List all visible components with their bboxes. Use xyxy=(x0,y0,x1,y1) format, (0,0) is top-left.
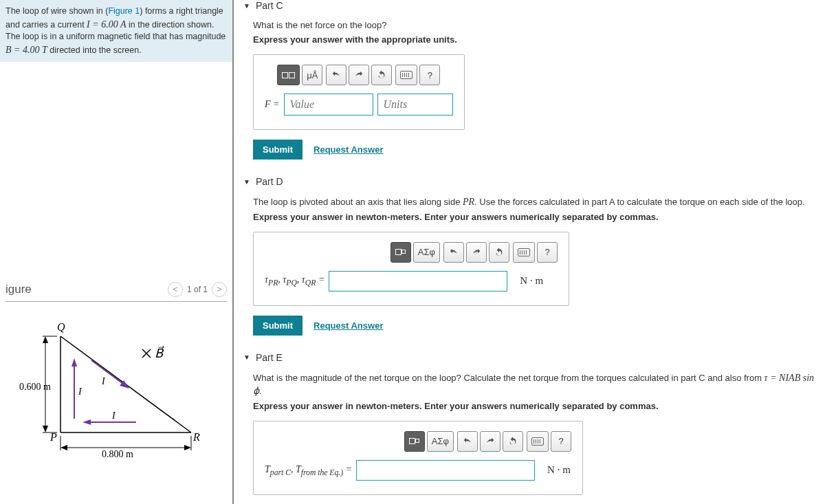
part-d-request-answer[interactable]: Request Answer xyxy=(314,320,383,331)
part-d-units: N · m xyxy=(520,275,543,287)
part-c-instruction: Express your answer with the appropriate… xyxy=(253,34,815,45)
template-button[interactable] xyxy=(390,242,411,263)
figure-title: igure xyxy=(6,283,32,296)
part-e-lhs: Tpart C, Tfrom the Eq.) = xyxy=(265,464,352,477)
part-d-submit-button[interactable]: Submit xyxy=(253,316,302,336)
current-value: I = 6.00 A xyxy=(87,19,126,30)
part-e-header[interactable]: ▼ Part E xyxy=(243,352,815,363)
figure-link[interactable]: Figure 1 xyxy=(108,6,140,16)
figure-counter: 1 of 1 xyxy=(187,285,208,294)
help-button[interactable]: ? xyxy=(419,65,440,85)
redo-button[interactable] xyxy=(480,431,500,452)
part-d-header[interactable]: ▼ Part D xyxy=(243,176,815,187)
problem-statement: The loop of wire shown in (Figure 1) for… xyxy=(0,0,232,62)
help-button[interactable]: ? xyxy=(537,242,558,263)
figure-next-button[interactable]: > xyxy=(212,282,227,297)
height-label: 0.600 m xyxy=(19,382,51,392)
current-label-qr: I xyxy=(101,376,106,386)
keyboard-button[interactable] xyxy=(527,431,549,452)
field-value: B = 4.00 T xyxy=(6,45,47,55)
redo-button[interactable] xyxy=(466,242,487,263)
part-e-answer-box: ΑΣφ ? Tpart C, Tfrom the Eq xyxy=(253,421,583,495)
part-c-header[interactable]: ▼ Part C xyxy=(243,0,815,11)
undo-button[interactable] xyxy=(457,431,478,452)
part-d-instruction: Express your answer in newton-meters. En… xyxy=(253,212,815,222)
keyboard-button[interactable] xyxy=(513,242,535,263)
help-button[interactable]: ? xyxy=(551,431,571,452)
part-d-value-input[interactable] xyxy=(329,271,507,292)
svg-marker-10 xyxy=(43,336,48,343)
caret-down-icon: ▼ xyxy=(243,353,250,361)
vertex-q-label: Q xyxy=(57,321,65,333)
part-c-prompt: What is the net force on the loop? xyxy=(253,19,815,32)
part-c-answer-box: μÅ ? F = xyxy=(253,54,465,130)
part-c-request-answer[interactable]: Request Answer xyxy=(314,144,383,155)
figure-diagram: Q P R I I I xyxy=(6,316,227,460)
reset-button[interactable] xyxy=(489,242,509,263)
part-d-title: Part D xyxy=(256,176,283,187)
undo-button[interactable] xyxy=(326,65,346,85)
svg-marker-11 xyxy=(43,426,48,432)
current-label-rp: I xyxy=(111,410,116,421)
redo-button[interactable] xyxy=(349,65,369,85)
caret-down-icon: ▼ xyxy=(243,178,250,186)
width-label: 0.800 m xyxy=(102,449,133,459)
part-e-value-input[interactable] xyxy=(356,460,535,481)
template-button[interactable] xyxy=(404,431,425,452)
part-e-units: N · m xyxy=(547,464,571,476)
part-e-instruction: Express your answer in newton-meters. En… xyxy=(253,401,815,411)
template-button[interactable] xyxy=(277,65,300,85)
svg-marker-4 xyxy=(72,358,77,366)
units-picker-button[interactable]: μÅ xyxy=(302,65,322,85)
vertex-p-label: P xyxy=(50,431,57,443)
part-d-answer-box: ΑΣφ ? τPR, τPQ, τQR = xyxy=(253,232,569,306)
part-c-lhs: F = xyxy=(265,99,280,110)
b-field-label: B⃗ xyxy=(155,346,164,360)
greek-button[interactable]: ΑΣφ xyxy=(427,431,454,452)
part-e-title: Part E xyxy=(256,352,283,363)
part-c-title: Part C xyxy=(256,0,283,11)
svg-marker-16 xyxy=(184,445,191,450)
part-d-prompt: The loop is pivoted about an axis that l… xyxy=(253,195,815,209)
undo-button[interactable] xyxy=(443,242,464,263)
figure-prev-button[interactable]: < xyxy=(168,282,183,297)
part-c-submit-button[interactable]: Submit xyxy=(253,140,302,160)
caret-down-icon: ▼ xyxy=(243,2,250,10)
current-label-pq: I xyxy=(78,386,82,397)
part-d-lhs: τPR, τPQ, τQR = xyxy=(265,274,324,287)
svg-marker-8 xyxy=(82,419,91,425)
reset-button[interactable] xyxy=(371,65,392,85)
svg-marker-15 xyxy=(60,445,67,450)
keyboard-button[interactable] xyxy=(395,65,417,85)
greek-button[interactable]: ΑΣφ xyxy=(413,242,440,263)
part-c-units-input[interactable] xyxy=(377,94,453,116)
part-e-prompt: What is the magnitude of the net torque … xyxy=(253,371,815,398)
reset-button[interactable] xyxy=(503,431,523,452)
vertex-r-label: R xyxy=(192,431,200,443)
part-c-value-input[interactable] xyxy=(284,94,373,116)
svg-line-5 xyxy=(91,360,126,386)
